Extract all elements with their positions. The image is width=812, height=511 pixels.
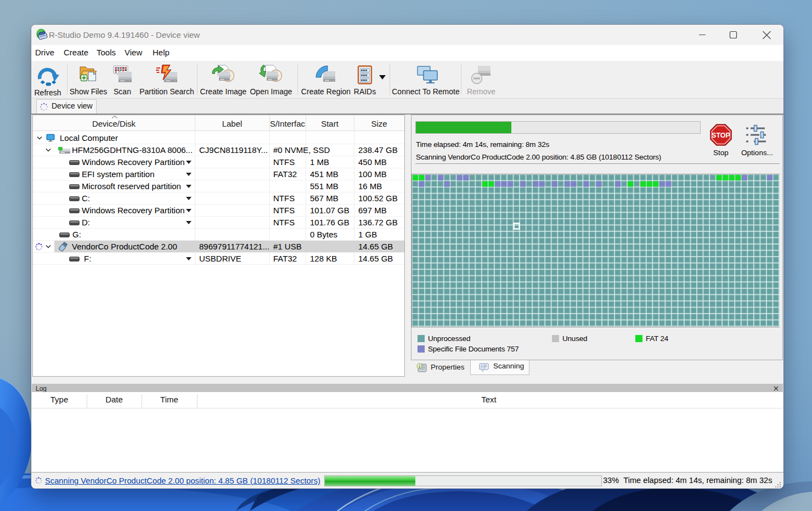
svg-text:STOP: STOP bbox=[712, 132, 730, 139]
